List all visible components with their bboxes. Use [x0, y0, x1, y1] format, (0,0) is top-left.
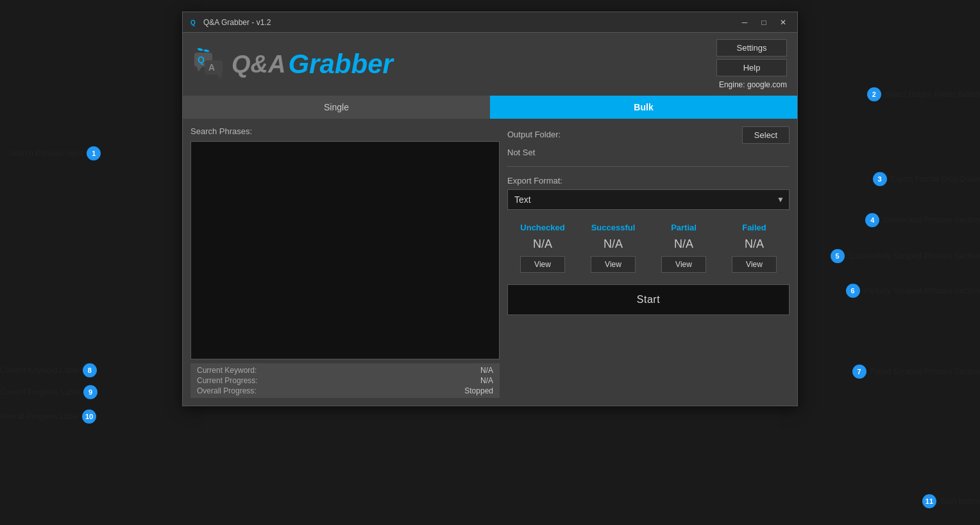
- output-folder-path: Not Set: [507, 148, 790, 157]
- export-format-dropdown[interactable]: Text CSV JSON: [507, 189, 790, 210]
- title-bar-left: Q Q&A Grabber - v1.2: [189, 17, 271, 28]
- partial-value: N/A: [674, 237, 693, 251]
- current-keyword-value: N/A: [480, 366, 493, 375]
- annotation-3-text: Export Format Drop Down: [891, 175, 980, 184]
- start-button[interactable]: Start: [507, 284, 790, 315]
- annotation-3-bubble: 3: [873, 172, 887, 186]
- successful-label: Successful: [591, 223, 636, 232]
- stats-section: Unchecked Successful Partial Failed: [507, 223, 790, 273]
- title-bar: Q Q&A Grabber - v1.2 ─ □ ✕: [183, 12, 797, 33]
- close-button[interactable]: ✕: [774, 16, 792, 29]
- svg-text:Q: Q: [190, 19, 196, 26]
- current-progress-value: N/A: [480, 376, 493, 385]
- annotation-10-bubble: 10: [82, 409, 96, 424]
- logo-icon: Q A: [193, 47, 226, 81]
- annotation-7-text: Failed Scraped Phrases Section: [870, 367, 980, 376]
- current-progress-label: Current Progress:: [197, 376, 258, 385]
- successful-view-col: View: [578, 256, 648, 273]
- annotation-5-text: Successfully Scraped Phrases Section: [849, 252, 980, 261]
- view-failed-button[interactable]: View: [732, 256, 777, 273]
- annotation-2: 2 Select Output Folder Button: [867, 87, 980, 101]
- annotation-1-bubble: 1: [87, 146, 101, 160]
- view-successful-button[interactable]: View: [591, 256, 636, 273]
- export-format-label: Export Format:: [507, 176, 790, 185]
- annotation-8-bubble: 8: [83, 363, 97, 377]
- annotation-6-text: Partially Scraped Phrases Section: [864, 286, 980, 295]
- logo-text-area: Q&A Grabber: [232, 49, 393, 80]
- successful-phrases-section: Successful: [578, 223, 648, 232]
- annotation-5: 5 Successfully Scraped Phrases Section: [831, 249, 980, 263]
- tab-bar: Single Bulk: [183, 96, 797, 119]
- search-phrases-input[interactable]: [190, 141, 500, 359]
- unchecked-label: Unchecked: [520, 223, 564, 232]
- settings-button[interactable]: Settings: [716, 39, 787, 56]
- failed-label: Failed: [742, 223, 766, 232]
- logo-grabber: Grabber: [288, 49, 393, 80]
- annotation-4: 4 Unchecked Phrases Section: [865, 213, 980, 227]
- main-content: Search Phrases: Current Keyword: N/A Cur…: [183, 119, 797, 406]
- annotation-8: Current Keyword Label 8: [0, 363, 97, 377]
- maximize-button[interactable]: □: [755, 16, 773, 29]
- view-unchecked-button[interactable]: View: [520, 256, 565, 273]
- annotation-5-bubble: 5: [831, 249, 845, 263]
- successful-value: N/A: [604, 237, 623, 251]
- partial-label: Partial: [671, 223, 697, 232]
- unchecked-value: N/A: [533, 237, 552, 251]
- current-progress-row: Current Progress: N/A: [197, 376, 493, 385]
- current-keyword-label: Current Keyword:: [197, 366, 257, 375]
- annotation-7-bubble: 7: [852, 365, 866, 379]
- tab-bulk[interactable]: Bulk: [490, 96, 797, 119]
- output-folder-section: Output Folder: Select Not Set: [507, 126, 790, 157]
- header-right: Settings Help Engine: google.com: [716, 39, 787, 89]
- annotation-9-text: Current Progress Label: [0, 388, 80, 397]
- svg-text:Q: Q: [198, 55, 205, 65]
- screen-wrapper: Q Q&A Grabber - v1.2 ─ □ ✕ Q: [0, 6, 980, 525]
- annotation-4-bubble: 4: [865, 213, 879, 227]
- annotation-10: Overall Progress Label 10: [0, 409, 96, 424]
- annotation-11: 11 Start button: [922, 494, 980, 508]
- right-panel: Output Folder: Select Not Set Export For…: [507, 126, 790, 398]
- partial-view-col: View: [648, 256, 719, 273]
- stats-labels-row: Unchecked Successful Partial Failed: [507, 223, 790, 232]
- view-partial-button[interactable]: View: [661, 256, 706, 273]
- app-icon: Q: [189, 17, 199, 28]
- minimize-button[interactable]: ─: [736, 16, 754, 29]
- application-window: Q Q&A Grabber - v1.2 ─ □ ✕ Q: [182, 12, 798, 406]
- help-button[interactable]: Help: [716, 59, 787, 76]
- window-controls: ─ □ ✕: [736, 16, 792, 29]
- annotation-2-bubble: 2: [867, 87, 881, 101]
- failed-value: N/A: [745, 237, 764, 251]
- stats-values-row: N/A N/A N/A N/A: [507, 237, 790, 251]
- successful-value-col: N/A: [578, 237, 648, 251]
- logo-area: Q A Q&A Grabber: [193, 47, 393, 81]
- annotation-11-bubble: 11: [922, 494, 936, 508]
- annotation-6: 6 Partially Scraped Phrases Section: [846, 284, 980, 298]
- svg-text:A: A: [208, 62, 215, 73]
- unchecked-phrases-section: Unchecked: [507, 223, 578, 232]
- annotation-4-text: Unchecked Phrases Section: [883, 216, 980, 225]
- annotation-11-text: Start button: [940, 497, 980, 506]
- failed-phrases-section: Failed: [719, 223, 790, 232]
- annotation-6-bubble: 6: [846, 284, 860, 298]
- app-header: Q A Q&A Grabber Settings Help: [183, 33, 797, 96]
- tab-single[interactable]: Single: [183, 96, 490, 119]
- export-select-wrapper: Text CSV JSON ▼: [507, 189, 790, 210]
- annotation-9-bubble: 9: [83, 385, 97, 399]
- partial-value-col: N/A: [648, 237, 719, 251]
- annotation-3: 3 Export Format Drop Down: [873, 172, 980, 186]
- annotation-1-text: Search Phrases Input: [9, 149, 83, 158]
- annotation-9: Current Progress Label 9: [0, 385, 97, 399]
- overall-progress-value: Stopped: [464, 386, 493, 395]
- annotation-8-text: Current Keyword Label: [0, 366, 79, 375]
- annotation-7: 7 Failed Scraped Phrases Section: [852, 365, 980, 379]
- current-keyword-row: Current Keyword: N/A: [197, 366, 493, 375]
- select-output-folder-button[interactable]: Select: [742, 126, 790, 144]
- failed-value-col: N/A: [719, 237, 790, 251]
- annotation-1: Search Phrases Input 1: [9, 146, 101, 160]
- divider-1: [507, 166, 790, 167]
- partial-phrases-section: Partial: [648, 223, 719, 232]
- stats-buttons-row: View View View View: [507, 256, 790, 273]
- output-folder-label: Output Folder:: [507, 130, 561, 139]
- annotation-2-text: Select Output Folder Button: [885, 90, 980, 99]
- overall-progress-label: Overall Progress:: [197, 386, 257, 395]
